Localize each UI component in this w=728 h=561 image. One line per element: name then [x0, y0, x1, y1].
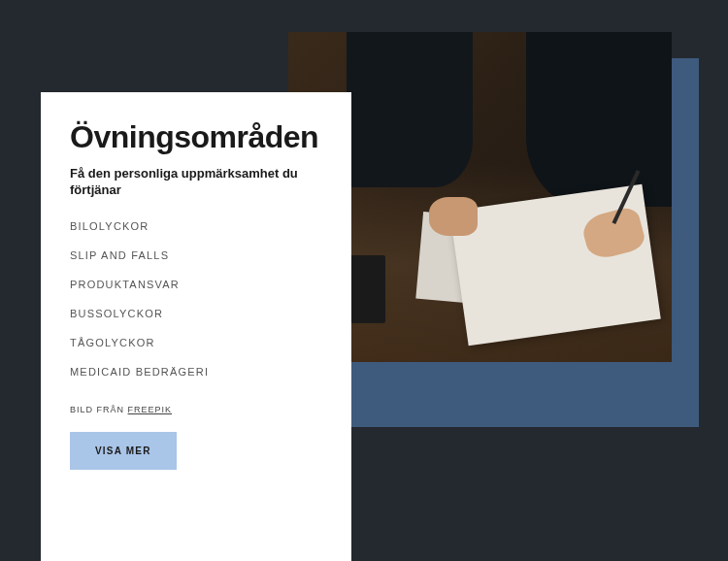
- list-item[interactable]: BUSSOLYCKOR: [70, 308, 322, 319]
- list-item[interactable]: PRODUKTANSVAR: [70, 279, 322, 290]
- heading: Övningsområden: [70, 119, 322, 155]
- view-more-button[interactable]: VISA MER: [70, 432, 177, 470]
- list-item[interactable]: SLIP AND FALLS: [70, 249, 322, 261]
- list-item[interactable]: TÅGOLYCKOR: [70, 337, 322, 348]
- content-card: Övningsområden Få den personliga uppmärk…: [41, 92, 351, 561]
- credit-prefix: BILD FRÅN: [70, 405, 128, 414]
- image-credit: BILD FRÅN FREEPIK: [70, 405, 322, 414]
- credit-link[interactable]: FREEPIK: [128, 405, 173, 414]
- subtitle: Få den personliga uppmärksamhet du förtj…: [70, 165, 322, 199]
- list-item[interactable]: BILOLYCKOR: [70, 220, 322, 232]
- list-item[interactable]: MEDICAID BEDRÄGERI: [70, 366, 322, 378]
- practice-list: BILOLYCKOR SLIP AND FALLS PRODUKTANSVAR …: [70, 220, 322, 378]
